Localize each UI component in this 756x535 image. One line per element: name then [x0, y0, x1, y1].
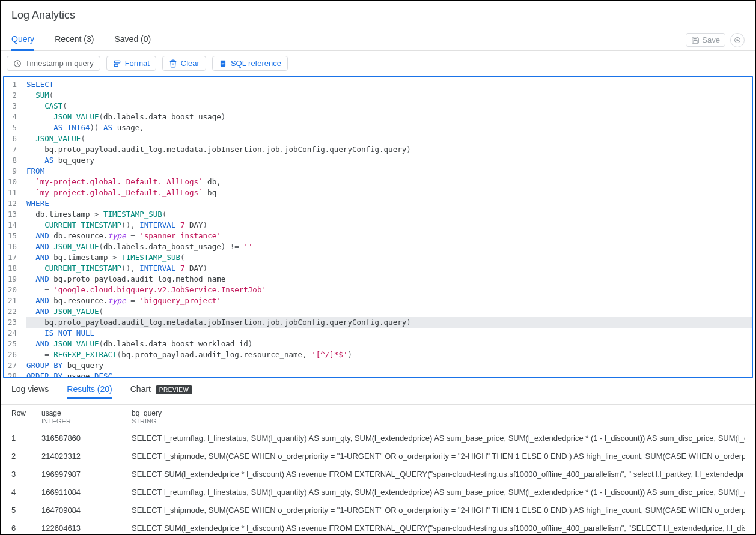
- svg-marker-1: [737, 39, 739, 41]
- preview-badge: PREVIEW: [156, 385, 193, 394]
- cell-row: 5: [11, 506, 41, 515]
- col-row-header: Row: [11, 409, 41, 425]
- table-row[interactable]: 2214023312SELECT l_shipmode, SUM(CASE WH…: [1, 447, 755, 465]
- table-row[interactable]: 3196997987SELECT SUM(l_extendedprice * l…: [1, 465, 755, 483]
- results-tabs: Log views Results (20) Chart PREVIEW: [1, 378, 755, 405]
- cell-bq: SELECT SUM(l_extendedprice * l_discount)…: [132, 524, 745, 533]
- trash-icon: [169, 59, 177, 68]
- table-row[interactable]: 5164709084SELECT l_shipmode, SUM(CASE WH…: [1, 501, 755, 519]
- cell-bq: SELECT l_returnflag, l_linestatus, SUM(l…: [132, 434, 745, 443]
- editor-toolbar: Timestamp in query Format Clear SQL refe…: [1, 51, 755, 76]
- tab-results[interactable]: Results (20): [67, 384, 112, 399]
- line-gutter: 1234567891011121314151617181920212223242…: [4, 77, 24, 378]
- clear-label: Clear: [181, 59, 200, 68]
- save-button[interactable]: Save: [686, 33, 725, 47]
- format-icon: [113, 59, 121, 68]
- save-icon: [691, 36, 700, 44]
- clock-icon: [13, 59, 22, 68]
- tab-query[interactable]: Query: [11, 29, 34, 51]
- format-button[interactable]: Format: [106, 56, 156, 71]
- svg-rect-3: [114, 61, 120, 63]
- cell-row: 6: [11, 524, 41, 533]
- format-label: Format: [125, 59, 150, 68]
- results-body: 1316587860SELECT l_returnflag, l_linesta…: [1, 429, 755, 535]
- clear-button[interactable]: Clear: [162, 56, 206, 71]
- results-header: Row usage INTEGER bq_query STRING: [1, 405, 755, 429]
- svg-rect-4: [114, 64, 118, 67]
- col-bq-header: bq_query STRING: [132, 409, 745, 425]
- col-usage-header: usage INTEGER: [41, 409, 132, 425]
- sql-reference-button[interactable]: SQL reference: [212, 56, 288, 71]
- sqlref-label: SQL reference: [231, 59, 281, 68]
- tab-saved[interactable]: Saved (0): [114, 29, 151, 51]
- cell-usage: 316587860: [41, 434, 132, 443]
- table-row[interactable]: 6122604613SELECT SUM(l_extendedprice * l…: [1, 519, 755, 535]
- tab-recent[interactable]: Recent (3): [55, 29, 94, 51]
- tab-log-views[interactable]: Log views: [11, 384, 49, 399]
- page-title: Log Analytics: [1, 1, 755, 29]
- timestamp-label: Timestamp in query: [25, 59, 94, 68]
- tab-chart[interactable]: Chart PREVIEW: [130, 384, 193, 399]
- svg-rect-8: [222, 64, 224, 65]
- cell-bq: SELECT SUM(l_extendedprice * l_discount)…: [132, 470, 745, 479]
- doc-icon: [219, 59, 227, 68]
- cell-row: 3: [11, 470, 41, 479]
- cell-usage: 214023312: [41, 452, 132, 461]
- cell-bq: SELECT l_returnflag, l_linestatus, SUM(l…: [132, 488, 745, 497]
- svg-rect-7: [222, 63, 225, 64]
- svg-rect-6: [222, 62, 225, 62]
- cell-bq: SELECT l_shipmode, SUM(CASE WHEN o_order…: [132, 452, 745, 461]
- cell-bq: SELECT l_shipmode, SUM(CASE WHEN o_order…: [132, 506, 745, 515]
- code-area[interactable]: SELECT SUM( CAST( JSON_VALUE(db.labels.d…: [24, 77, 752, 378]
- chart-label: Chart: [130, 384, 151, 394]
- cell-usage: 166911084: [41, 488, 132, 497]
- cell-row: 1: [11, 434, 41, 443]
- cell-row: 4: [11, 488, 41, 497]
- run-icon: [734, 37, 741, 44]
- run-button[interactable]: [730, 33, 745, 47]
- cell-usage: 122604613: [41, 524, 132, 533]
- table-row[interactable]: 1316587860SELECT l_returnflag, l_linesta…: [1, 429, 755, 447]
- cell-usage: 196997987: [41, 470, 132, 479]
- cell-usage: 164709084: [41, 506, 132, 515]
- sql-editor[interactable]: 1234567891011121314151617181920212223242…: [3, 76, 753, 378]
- cell-row: 2: [11, 452, 41, 461]
- timestamp-button[interactable]: Timestamp in query: [7, 56, 100, 71]
- main-tabs: Query Recent (3) Saved (0) Save: [1, 29, 755, 51]
- table-row[interactable]: 4166911084SELECT l_returnflag, l_linesta…: [1, 483, 755, 501]
- save-label: Save: [702, 35, 720, 44]
